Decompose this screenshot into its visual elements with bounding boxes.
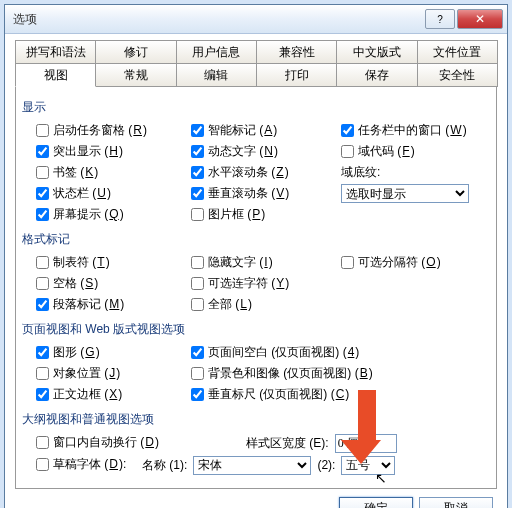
style-width-input[interactable] [335,434,397,453]
tab-fileloc[interactable]: 文件位置 [417,40,498,64]
tab-row-1: 拼写和语法 修订 用户信息 兼容性 中文版式 文件位置 [15,40,497,64]
shading-select[interactable]: 选取时显示 [341,184,469,203]
cb-display-3[interactable]: 垂直滚动条 (V) [177,183,327,204]
tab-save[interactable]: 保存 [336,63,417,87]
cb-display-0[interactable]: 启动任务窗格 (R) [22,120,177,141]
cb-wrap-in-window[interactable]: 窗口内自动换行 (D) [22,432,232,453]
section-pageweb-title: 页面视图和 Web 版式视图选项 [22,321,490,338]
cb-display-0[interactable]: 智能标记 (A) [177,120,327,141]
cb-format-0[interactable]: 隐藏文字 (I) [177,252,327,273]
cb-display-1[interactable]: 突出显示 (H) [22,141,177,162]
tab-print[interactable]: 打印 [256,63,337,87]
tab-security[interactable]: 安全性 [417,63,498,87]
cb-format-2[interactable]: 全部 (L) [177,294,327,315]
cb-display-2[interactable]: 水平滚动条 (Z) [177,162,327,183]
section-outline-title: 大纲视图和普通视图选项 [22,411,490,428]
cb-format-0[interactable]: 可选分隔符 (O) [327,252,490,273]
font-size-select[interactable]: 五号 [341,456,395,475]
tab-edit[interactable]: 编辑 [176,63,257,87]
cb-format-1[interactable]: 可选连字符 (Y) [177,273,327,294]
cb-display-0[interactable]: 任务栏中的窗口 (W) [327,120,490,141]
section-format-title: 格式标记 [22,231,490,248]
cb-draft-font[interactable]: 草稿字体 (D): [22,454,142,475]
cb-display-4[interactable]: 屏幕提示 (Q) [22,204,177,225]
cb-format-0[interactable]: 制表符 (T) [22,252,177,273]
cb-display-1[interactable]: 域代码 (F) [327,141,490,162]
tab-general[interactable]: 常规 [95,63,176,87]
cb-format-1[interactable]: 空格 (S) [22,273,177,294]
font-size-label: (2): [317,458,335,472]
tab-row-2: 视图 常规 编辑 打印 保存 安全性 [15,63,497,87]
cb-pageweb-1[interactable]: 对象位置 (J) [22,363,177,384]
cb-display-1[interactable]: 动态文字 (N) [177,141,327,162]
help-button[interactable]: ? [425,9,455,29]
cb-pageweb-1[interactable]: 背景色和图像 (仅页面视图) (B) [177,363,490,384]
style-width-label: 样式区宽度 (E): [246,435,329,452]
section-display-title: 显示 [22,99,490,116]
cb-display-4[interactable]: 图片框 (P) [177,204,327,225]
close-button[interactable]: ✕ [457,9,503,29]
shading-label: 域底纹: [327,162,490,183]
cb-pageweb-0[interactable]: 页面间空白 (仅页面视图) (4) [177,342,490,363]
cb-format-2[interactable]: 段落标记 (M) [22,294,177,315]
font-name-select[interactable]: 宋体 [193,456,311,475]
titlebar: 选项 ? ✕ [5,5,507,34]
cb-pageweb-2[interactable]: 垂直标尺 (仅页面视图) (C) [177,384,490,405]
cb-pageweb-0[interactable]: 图形 (G) [22,342,177,363]
window-title: 选项 [9,11,425,28]
tab-view[interactable]: 视图 [15,63,96,87]
tab-userinfo[interactable]: 用户信息 [176,40,257,64]
tab-compat[interactable]: 兼容性 [256,40,337,64]
cb-pageweb-2[interactable]: 正文边框 (X) [22,384,177,405]
cursor-icon: ↖ [375,470,387,486]
font-name-label: 名称 (1): [142,457,187,474]
tab-revisions[interactable]: 修订 [95,40,176,64]
cb-display-3[interactable]: 状态栏 (U) [22,183,177,204]
cancel-button[interactable]: 取消 [419,497,493,508]
ok-button[interactable]: 确定 [339,497,413,508]
cb-display-2[interactable]: 书签 (K) [22,162,177,183]
tab-panel: 显示 启动任务窗格 (R)突出显示 (H)书签 (K)状态栏 (U)屏幕提示 (… [15,86,497,489]
tab-cjk[interactable]: 中文版式 [336,40,417,64]
tab-spelling[interactable]: 拼写和语法 [15,40,96,64]
